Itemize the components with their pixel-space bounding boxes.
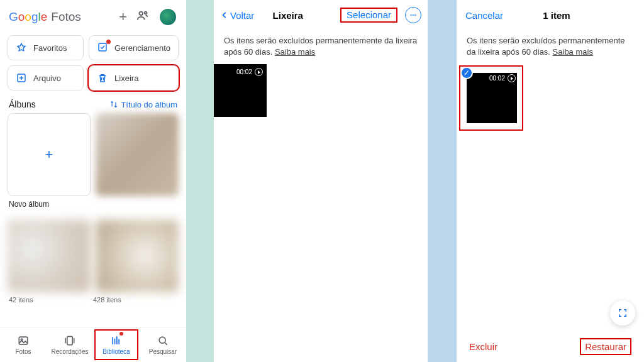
chip-label: Favoritos xyxy=(33,43,67,53)
chip-label: Lixeira xyxy=(114,74,138,83)
google-fotos-logo: Google Fotos xyxy=(9,10,81,24)
play-icon xyxy=(255,68,263,76)
library-icon xyxy=(110,334,123,347)
new-album-card[interactable]: + Novo álbum xyxy=(8,113,91,209)
star-icon xyxy=(16,42,27,53)
album-card[interactable] xyxy=(96,113,179,209)
album-item-count: 42 itens xyxy=(9,296,93,304)
select-button[interactable]: Selecionar xyxy=(343,8,395,22)
trash-info-text: Os itens serão excluídos permanentemente… xyxy=(457,30,644,64)
svg-rect-6 xyxy=(67,336,72,344)
tab-label: Fotos xyxy=(15,348,31,355)
library-panel: Google Fotos + Favoritos Gerenciamento A… xyxy=(0,0,186,362)
logo-fotos-text: Fotos xyxy=(51,10,81,24)
more-horizontal-icon xyxy=(409,11,418,19)
restore-button[interactable]: Restaurar xyxy=(580,338,631,355)
highlight-box: ✓ 00:02 xyxy=(459,65,523,131)
svg-rect-2 xyxy=(99,43,106,51)
svg-point-8 xyxy=(410,14,411,16)
album-item-count: 428 itens xyxy=(93,296,177,304)
learn-more-link[interactable]: Saiba mais xyxy=(553,47,593,57)
chip-label: Gerenciamento xyxy=(114,43,170,53)
trash-title: Lixeira xyxy=(239,10,336,21)
svg-point-1 xyxy=(145,12,147,14)
plus-icon: + xyxy=(8,113,91,196)
svg-point-9 xyxy=(413,14,414,16)
trash-info-text: Os itens serão excluídos permanentemente… xyxy=(214,30,428,64)
selection-footer: Excluir Restaurar xyxy=(457,331,644,362)
search-icon xyxy=(157,334,169,347)
chip-gerenciamento[interactable]: Gerenciamento xyxy=(89,35,179,60)
utilities-icon xyxy=(97,41,108,55)
selection-count-title: 1 item xyxy=(478,10,635,21)
library-shortcuts: Favoritos Gerenciamento Arquivo Lixeira xyxy=(0,31,186,90)
archive-icon xyxy=(16,72,27,84)
albums-sort-label: Título do álbum xyxy=(121,100,177,109)
svg-point-7 xyxy=(159,337,165,343)
tab-fotos[interactable]: Fotos xyxy=(0,327,47,362)
new-album-label: Novo álbum xyxy=(8,196,91,209)
trash-item-thumbnail-selected[interactable]: ✓ 00:02 xyxy=(464,70,519,126)
sort-icon xyxy=(109,100,118,109)
album-thumbnail xyxy=(96,113,179,196)
tab-label: Biblioteca xyxy=(103,348,130,355)
memories-icon xyxy=(64,334,76,347)
album-thumbnail[interactable] xyxy=(96,220,179,292)
trash-selection-panel: Cancelar 1 item Os itens serão excluídos… xyxy=(457,0,644,362)
tab-label: Pesquisar xyxy=(149,348,177,355)
svg-point-0 xyxy=(140,12,143,15)
photo-icon xyxy=(17,334,30,347)
tab-label: Recordações xyxy=(52,348,89,355)
highlight-box: Selecionar xyxy=(340,8,397,23)
more-options-button[interactable] xyxy=(405,7,421,23)
album-thumbnail[interactable] xyxy=(8,220,91,292)
trash-panel: Voltar Lixeira Selecionar Os itens serão… xyxy=(214,0,428,362)
video-duration-badge: 00:02 xyxy=(236,68,263,76)
trash-item-thumbnail[interactable]: 00:02 xyxy=(214,64,267,117)
expand-icon xyxy=(617,307,628,319)
chip-favoritos[interactable]: Favoritos xyxy=(8,35,84,60)
learn-more-link[interactable]: Saiba mais xyxy=(275,47,315,57)
selection-header: Cancelar 1 item xyxy=(457,0,644,30)
tab-pesquisar[interactable]: Pesquisar xyxy=(140,327,186,362)
play-icon xyxy=(508,74,516,82)
separator xyxy=(428,0,457,362)
library-header: Google Fotos + xyxy=(0,0,186,31)
trash-header: Voltar Lixeira Selecionar xyxy=(214,0,428,30)
chevron-left-icon xyxy=(220,11,229,19)
trash-icon xyxy=(97,72,108,84)
tab-recordacoes[interactable]: Recordações xyxy=(47,327,93,362)
separator xyxy=(186,0,214,362)
add-icon[interactable]: + xyxy=(119,10,127,24)
account-avatar[interactable] xyxy=(158,8,177,26)
video-duration-badge: 00:02 xyxy=(489,74,516,82)
svg-rect-4 xyxy=(19,337,27,344)
tab-biblioteca[interactable]: Biblioteca xyxy=(93,327,140,362)
chip-label: Arquivo xyxy=(33,74,61,83)
selected-check-icon: ✓ xyxy=(460,67,473,79)
expand-fab[interactable] xyxy=(610,300,635,326)
albums-heading: Álbuns xyxy=(9,99,36,109)
chip-arquivo[interactable]: Arquivo xyxy=(8,65,84,90)
svg-point-10 xyxy=(414,14,416,16)
delete-button[interactable]: Excluir xyxy=(469,341,580,352)
notification-dot xyxy=(119,332,123,336)
bottom-tabbar: Fotos Recordações Biblioteca Pesquisar xyxy=(0,327,186,362)
albums-sort-button[interactable]: Título do álbum xyxy=(109,100,177,109)
chip-lixeira[interactable]: Lixeira xyxy=(89,65,179,90)
sharing-icon[interactable] xyxy=(136,9,150,25)
